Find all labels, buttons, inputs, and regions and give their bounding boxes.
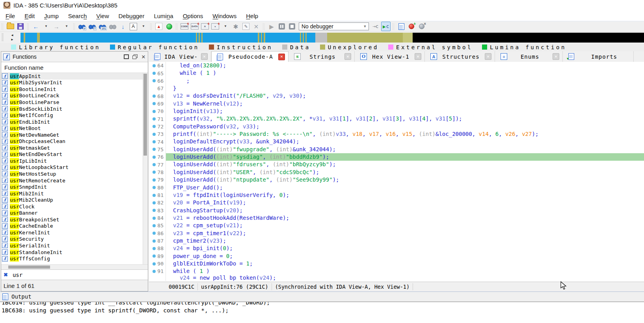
menu-view[interactable]: View (92, 12, 113, 20)
navband-right-arrow-icon[interactable]: ► (11, 38, 14, 42)
toolbar-group-handle[interactable] (393, 23, 395, 30)
code-line-87[interactable]: 87cpm_timer2(v23); (149, 237, 644, 245)
function-list-item[interactable]: fusrSnmpdInit (1, 184, 148, 190)
code-line-68[interactable]: 68v12 = dosFsDevInit("/FLASH0", v29, v30… (149, 92, 644, 100)
function-list-item[interactable]: fusrIpLibInit (1, 158, 148, 164)
navband-scroll-arrows[interactable]: ◄► (9, 33, 16, 43)
function-list-item[interactable]: fusrStandaloneInit (1, 249, 148, 256)
function-list-item[interactable]: fusrMib2SysVarInit (1, 80, 148, 86)
menu-options[interactable]: Options (179, 12, 207, 20)
function-list-item[interactable]: fusrNetIfConfig (1, 112, 148, 119)
debugger-combobox[interactable]: No debugger▼ (299, 22, 369, 30)
code-line-76[interactable]: 76loginUserAdd((int)"sysdiag", (int)"bbd… (149, 153, 644, 161)
make-struct-dropdown[interactable]: ▼ (221, 22, 230, 31)
search-binary-button[interactable]: 101 (98, 22, 107, 31)
code-line-79[interactable]: 79loginUserAdd((int)"ntpupdate", (int)"S… (149, 176, 644, 184)
tab-close-button[interactable]: ✕ (344, 53, 351, 60)
back-button[interactable]: ← (31, 22, 41, 31)
combobox-dropdown-icon[interactable]: ▼ (361, 24, 369, 28)
code-line-83[interactable]: 83CrashLogStartup(v20); (149, 207, 644, 214)
functions-horizontal-scrollbar[interactable] (1, 264, 148, 269)
code-line-73[interactable]: 73printf((int)"-----> Password: %s <----… (149, 130, 644, 138)
function-list-item[interactable]: fusrAppInit (1, 73, 148, 80)
hscroll-thumb[interactable] (8, 265, 50, 269)
function-list-item[interactable]: fusrMib2Init (1, 190, 148, 197)
maximize-button[interactable] (122, 53, 130, 60)
code-line-77[interactable]: 77loginUserAdd((int)"fdrusers", (int)"bR… (149, 161, 644, 168)
stop-process-button[interactable] (287, 22, 297, 31)
function-list-item[interactable]: fusrTffsConfig (1, 255, 148, 262)
output-panel-header[interactable]: Output (0, 292, 644, 302)
forward-history-dropdown[interactable]: ▼ (62, 22, 71, 31)
menu-windows[interactable]: Windows (208, 12, 240, 20)
function-list-item[interactable]: fusrMib2CleanUp (1, 197, 148, 203)
code-line-90[interactable]: 90glblExitDimWorkToDo = 1; (149, 260, 644, 267)
rename-button[interactable]: A (128, 22, 138, 31)
tab-close-button[interactable]: ✕ (415, 53, 421, 60)
tab-enums[interactable]: ≡Enums✕ (495, 51, 563, 62)
code-line-82[interactable]: 82v20 = PortA_Init(v19); (149, 199, 644, 206)
function-list-item[interactable]: fusrBreakpointSet (1, 216, 148, 223)
undefine-button[interactable]: ✕ (251, 22, 261, 31)
code-line-75[interactable]: 75loginUserAdd((int)"fwupgrade", (int)&u… (149, 146, 644, 153)
function-list-item[interactable]: fusrClock (1, 203, 148, 210)
toolbar-group-handle[interactable] (176, 23, 178, 30)
function-list-item[interactable]: fusrSerialInit (1, 242, 148, 249)
code-line-88[interactable]: 88v24 = bpi_init(0); (149, 245, 644, 252)
function-list-item[interactable]: fusrNetLoopbackStart (1, 164, 148, 171)
attach-to-process-button[interactable]: ⇢c (371, 22, 380, 31)
close-button[interactable]: ✕ (139, 53, 148, 60)
code-line-66[interactable]: 66; (149, 77, 644, 85)
function-list-item[interactable]: fusrSecurity (1, 236, 148, 243)
navband-drag-handle[interactable] (2, 33, 4, 42)
tab-imports[interactable]: Imports (563, 51, 634, 62)
menu-file[interactable]: File (2, 12, 19, 20)
start-process-button[interactable]: ▶ (267, 22, 276, 31)
code-line-89[interactable]: 89power_up_done = 0; (149, 252, 644, 260)
code-line-72[interactable]: 72ComputePassword(v32, v33); (149, 123, 644, 130)
navband-left-arrow-icon[interactable]: ◄ (11, 33, 14, 37)
tab-close-button[interactable]: ✕ (278, 54, 285, 60)
function-list-item[interactable]: fusrEndLibInit (1, 119, 148, 125)
functions-vertical-scrollbar[interactable] (143, 73, 148, 264)
forward-button[interactable]: → (52, 22, 61, 31)
add-breakpoint-button[interactable]: + (407, 22, 416, 31)
code-line-86[interactable]: 86v23 = cpm_timer1(v22); (149, 230, 644, 237)
function-filter-field[interactable]: ✖ usr (1, 269, 148, 280)
edit-function-button[interactable]: ✎ (241, 22, 251, 31)
function-list-item[interactable]: fusrNetRemoteCreate (1, 177, 148, 184)
make-struct-button[interactable]: s+ (210, 22, 220, 31)
tab-hex-view-1[interactable]: OHex View-1✕ (355, 51, 425, 62)
make-code-button[interactable]: CODE+ (180, 22, 189, 31)
make-array-button[interactable]: ✱ (231, 22, 240, 31)
function-list-item[interactable]: fusrNetBoot (1, 125, 148, 132)
function-list-item[interactable]: fusrBootLineParse (1, 99, 148, 106)
code-line-80[interactable]: 80FTP_User_Add(); (149, 184, 644, 191)
function-list-item[interactable]: fusrNetHostSetup (1, 171, 148, 177)
toolbar-group-handle[interactable] (73, 23, 75, 30)
save-file-button[interactable] (16, 22, 25, 31)
code-line-85[interactable]: 85v22 = cpm_setup(v21); (149, 222, 644, 229)
code-line-74[interactable]: 74loginDefaultEncrypt(v33, &unk_342044); (149, 138, 644, 145)
tab-pseudocode-a[interactable]: Pseudocode-A✕ (211, 51, 288, 62)
code-line-78[interactable]: 78loginUserAdd((int)"USER", (int)"cdcS9b… (149, 169, 644, 176)
menu-lumina[interactable]: Lumina (150, 12, 177, 20)
code-line[interactable]: v24 = new_poll_bp_token(v24); (149, 275, 644, 281)
continue-process-button[interactable]: ▶c (381, 22, 391, 31)
rename-dropdown[interactable]: ▼ (139, 22, 148, 31)
code-line-71[interactable]: 71sprintf(v32, "%.2X%.2X%.2X%.2X%.2X%.2X… (149, 115, 644, 123)
toolbar-group-handle[interactable] (2, 23, 4, 30)
menu-edit[interactable]: Edit (20, 12, 39, 20)
problems-button[interactable]: ▲ (154, 22, 164, 31)
delete-breakpoint-button[interactable]: × (417, 22, 426, 31)
code-line-84[interactable]: 84v21 = rebootHookAdd(ResetHardWare); (149, 214, 644, 222)
functions-panel-titlebar[interactable]: f Functions ✕ (1, 52, 148, 62)
function-list-item[interactable]: fusrNetEndDevStart (1, 151, 148, 158)
function-list-item[interactable]: fusrDhcpcLeaseClean (1, 138, 148, 145)
function-list-item[interactable]: fusrBootLineCrack (1, 93, 148, 99)
open-file-button[interactable] (6, 22, 15, 31)
tab-strings[interactable]: sStrings✕ (288, 51, 355, 62)
clear-filter-icon[interactable]: ✖ (4, 272, 8, 278)
toolbar-group-handle[interactable] (27, 23, 29, 30)
float-button[interactable] (130, 53, 139, 60)
